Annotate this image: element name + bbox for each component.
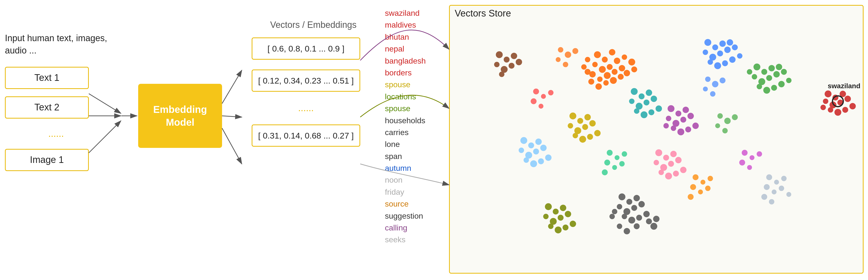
svg-point-109	[673, 171, 679, 176]
svg-point-149	[530, 161, 537, 167]
word-label-3: nepal	[385, 43, 426, 55]
svg-point-40	[768, 65, 775, 71]
svg-point-24	[705, 39, 711, 46]
svg-point-99	[594, 130, 600, 136]
svg-point-50	[781, 69, 787, 75]
text2-label: Text 2	[34, 102, 59, 113]
svg-point-112	[626, 199, 632, 205]
svg-point-48	[778, 81, 785, 87]
svg-point-105	[668, 161, 674, 167]
svg-point-1	[602, 57, 608, 63]
svg-point-71	[680, 117, 686, 123]
svg-point-170	[717, 113, 723, 119]
svg-point-199	[766, 174, 772, 180]
svg-point-10	[619, 65, 625, 71]
svg-point-201	[781, 176, 786, 181]
svg-point-135	[558, 215, 563, 220]
svg-point-165	[705, 76, 711, 82]
vector-box-1: [ 0.6, 0.8, 0.1 ... 0.9 ]	[252, 37, 360, 60]
svg-point-198	[747, 165, 752, 170]
svg-point-174	[722, 128, 728, 133]
svg-point-32	[714, 62, 721, 69]
word-labels-column: swazilandmaldivesbhutannepalbangladeshbo…	[385, 7, 426, 245]
svg-point-186	[602, 169, 608, 175]
svg-point-46	[764, 87, 770, 94]
vector-boxes: [ 0.6, 0.8, 0.1 ... 0.9 ] [ 0.12, 0.34, …	[252, 37, 360, 147]
svg-point-22	[628, 59, 636, 66]
svg-point-86	[641, 111, 647, 118]
svg-point-62	[842, 107, 848, 113]
svg-point-128	[624, 228, 630, 235]
svg-point-12	[588, 79, 594, 84]
word-label-19: seeks	[385, 234, 426, 245]
svg-point-129	[617, 223, 622, 229]
svg-point-148	[524, 158, 529, 163]
svg-point-150	[538, 159, 544, 165]
text1-box: Text 1	[5, 67, 89, 89]
svg-point-107	[658, 170, 664, 175]
svg-point-77	[663, 123, 669, 129]
svg-point-113	[633, 195, 640, 201]
svg-point-144	[519, 148, 524, 153]
svg-point-18	[581, 64, 587, 70]
svg-point-37	[726, 39, 733, 45]
svg-point-84	[651, 96, 657, 102]
svg-point-202	[764, 184, 770, 190]
svg-point-126	[650, 223, 657, 230]
svg-point-85	[634, 108, 640, 114]
svg-point-108	[665, 173, 672, 179]
svg-point-182	[622, 151, 627, 157]
vector-box-3: [ 0.31, 0.14, 0.68 ... 0.27 ]	[252, 125, 360, 147]
svg-point-178	[531, 98, 537, 104]
svg-point-2	[609, 49, 615, 56]
svg-point-81	[629, 99, 634, 104]
svg-point-121	[643, 211, 650, 217]
svg-point-73	[671, 126, 676, 131]
scatter-plot	[450, 6, 863, 273]
svg-point-92	[568, 123, 573, 129]
vector-value-1: [ 0.6, 0.8, 0.1 ... 0.9 ]	[268, 44, 344, 54]
vectors-store: Vectors Store	[449, 5, 864, 274]
swaziland-store-label: swaziland	[828, 82, 860, 90]
svg-point-123	[646, 218, 652, 224]
svg-point-29	[717, 50, 723, 57]
svg-point-176	[541, 94, 546, 99]
svg-point-122	[612, 209, 617, 214]
svg-point-45	[757, 84, 762, 89]
svg-point-21	[622, 55, 627, 60]
svg-point-96	[573, 133, 578, 138]
svg-point-101	[663, 155, 669, 161]
svg-point-47	[771, 85, 777, 91]
input-description: Input human text, images, audio ...	[5, 32, 107, 57]
svg-point-143	[535, 139, 542, 145]
diagram-container: Input human text, images, audio ... Text…	[0, 0, 868, 280]
image1-box: Image 1	[5, 149, 89, 171]
svg-point-206	[786, 192, 791, 197]
vectors-section: Vectors / Embeddings [ 0.6, 0.8, 0.1 ...…	[252, 20, 360, 147]
svg-point-164	[563, 62, 568, 67]
svg-point-196	[757, 151, 762, 157]
svg-point-179	[538, 104, 544, 109]
word-label-13: autumn	[385, 163, 426, 174]
svg-point-97	[579, 136, 586, 143]
vector-value-3: [ 0.31, 0.14, 0.68 ... 0.27 ]	[258, 131, 354, 140]
svg-point-204	[779, 185, 784, 191]
svg-point-111	[619, 194, 625, 200]
svg-point-83	[644, 100, 649, 105]
svg-point-69	[666, 116, 671, 121]
word-label-2: bhutan	[385, 31, 426, 43]
svg-point-94	[582, 124, 588, 130]
svg-point-125	[610, 214, 615, 219]
svg-point-13	[595, 83, 602, 90]
svg-point-185	[619, 161, 625, 167]
svg-point-183	[604, 160, 610, 166]
word-label-16: source	[385, 198, 426, 210]
svg-point-103	[654, 160, 659, 165]
svg-point-152	[496, 51, 503, 58]
svg-point-15	[610, 77, 617, 84]
svg-point-60	[828, 107, 833, 113]
svg-point-44	[773, 71, 780, 78]
svg-point-80	[646, 90, 652, 96]
svg-point-88	[656, 105, 662, 112]
svg-point-67	[676, 111, 681, 116]
